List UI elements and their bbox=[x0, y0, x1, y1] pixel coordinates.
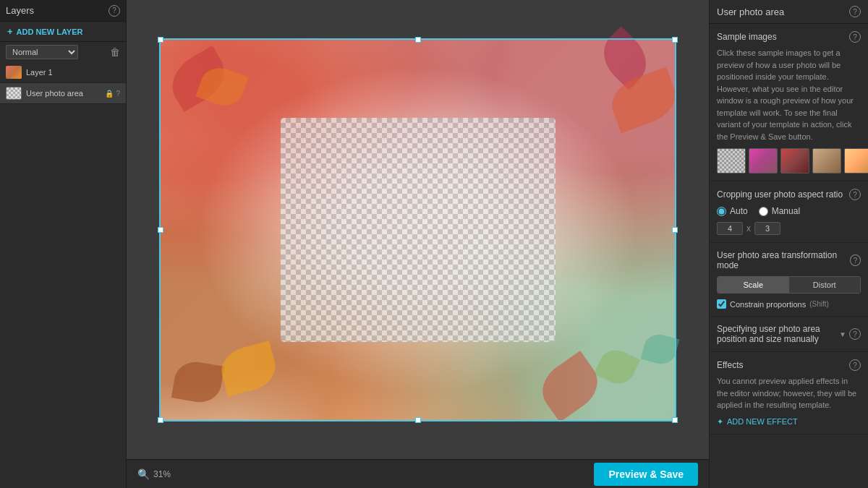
transformation-help-icon[interactable]: ? bbox=[850, 254, 861, 266]
leaf-decoration bbox=[171, 359, 225, 406]
position-expand-icon[interactable]: ▼ bbox=[839, 330, 846, 338]
layers-panel: Layers ? + ADD NEW LAYER Normal Multiply… bbox=[0, 0, 127, 488]
sample-images-help-icon[interactable]: ? bbox=[849, 31, 861, 43]
sample-images-list bbox=[717, 148, 861, 174]
shift-hint: (Shift) bbox=[809, 300, 829, 308]
layer-item[interactable]: User photo area 🔒 ? bbox=[0, 83, 126, 104]
ratio-y-input[interactable] bbox=[754, 222, 780, 235]
sample-image-2[interactable] bbox=[749, 148, 778, 174]
cropping-section: Cropping user photo aspect ratio ? Auto … bbox=[710, 181, 868, 243]
position-title: Specifying user photo area position and … bbox=[717, 324, 861, 344]
effects-section: Effects ? You cannot preview applied eff… bbox=[710, 352, 868, 435]
crop-radio-group: Auto Manual bbox=[717, 206, 861, 216]
canvas-container bbox=[127, 0, 709, 459]
scale-button[interactable]: Scale bbox=[718, 277, 789, 293]
crop-manual-option[interactable]: Manual bbox=[759, 206, 800, 216]
wand-icon: ✦ bbox=[717, 417, 723, 427]
transparent-area bbox=[281, 118, 556, 342]
handle-bottom-left[interactable] bbox=[158, 417, 163, 423]
right-panel-title: User photo area bbox=[717, 7, 784, 17]
right-panel: User photo area ? Sample images ? Click … bbox=[709, 0, 868, 488]
blend-mode-select[interactable]: Normal Multiply Screen Overlay bbox=[6, 45, 78, 59]
layer-item[interactable]: Layer 1 bbox=[0, 62, 126, 83]
effects-description: You cannot preview applied effects in th… bbox=[717, 375, 861, 411]
handle-mid-right[interactable] bbox=[672, 227, 678, 233]
layer-thumbnail bbox=[6, 87, 22, 100]
constrain-checkbox[interactable] bbox=[717, 299, 726, 309]
ratio-inputs: x bbox=[717, 222, 861, 235]
add-effect-button[interactable]: ✦ ADD NEW EFFECT bbox=[717, 417, 861, 427]
transformation-section: User photo area transformation mode ? Sc… bbox=[710, 243, 868, 317]
canvas-wrapper bbox=[159, 38, 676, 421]
handle-bottom-right[interactable] bbox=[672, 417, 678, 423]
blend-mode-row: Normal Multiply Screen Overlay 🗑 bbox=[0, 42, 126, 62]
leaf-decoration bbox=[641, 331, 680, 367]
constrain-row: Constrain proportions (Shift) bbox=[717, 299, 861, 309]
sample-image-5[interactable] bbox=[844, 148, 868, 174]
crop-manual-radio[interactable] bbox=[759, 207, 768, 216]
ratio-x-input[interactable] bbox=[717, 222, 743, 235]
leaf-decoration bbox=[594, 344, 640, 389]
preview-save-button[interactable]: Preview & Save bbox=[594, 463, 698, 486]
canvas-image[interactable] bbox=[159, 38, 676, 421]
effects-help-icon[interactable]: ? bbox=[849, 359, 861, 371]
distort-button[interactable]: Distort bbox=[789, 277, 861, 293]
right-panel-help-icon[interactable]: ? bbox=[849, 6, 861, 17]
add-layer-label: ADD NEW LAYER bbox=[17, 27, 83, 36]
right-panel-header: User photo area ? bbox=[710, 0, 868, 24]
sample-image-1[interactable] bbox=[717, 148, 746, 174]
add-effect-label: ADD NEW EFFECT bbox=[727, 417, 798, 426]
transformation-buttons: Scale Distort bbox=[717, 276, 861, 294]
leaf-decoration bbox=[216, 341, 280, 396]
crop-auto-option[interactable]: Auto bbox=[717, 206, 748, 216]
sample-images-title: Sample images ? bbox=[717, 31, 861, 43]
info-icon[interactable]: ? bbox=[116, 90, 120, 98]
ratio-separator: x bbox=[746, 223, 751, 234]
sample-image-3[interactable] bbox=[780, 148, 809, 174]
zoom-info: 🔍 31% bbox=[137, 468, 171, 480]
handle-top-right[interactable] bbox=[672, 37, 678, 43]
add-icon: + bbox=[7, 26, 13, 37]
app-layout: Layers ? + ADD NEW LAYER Normal Multiply… bbox=[0, 0, 868, 488]
delete-layer-icon[interactable]: 🗑 bbox=[110, 46, 120, 58]
bottom-bar: 🔍 31% Preview & Save bbox=[127, 459, 709, 488]
sample-images-description: Click these sample images to get a previ… bbox=[717, 47, 861, 142]
handle-mid-left[interactable] bbox=[158, 227, 163, 233]
leaf-decoration bbox=[532, 351, 607, 422]
layer-icons: 🔒 ? bbox=[105, 90, 120, 98]
lock-icon[interactable]: 🔒 bbox=[105, 90, 114, 98]
position-section: Specifying user photo area position and … bbox=[710, 317, 868, 352]
sample-images-section: Sample images ? Click these sample image… bbox=[710, 24, 868, 181]
layer-name: User photo area bbox=[26, 89, 101, 98]
layer-thumbnail bbox=[6, 66, 22, 79]
layers-title: Layers bbox=[6, 5, 34, 16]
canvas-area: 🔍 31% Preview & Save bbox=[127, 0, 709, 488]
cropping-title: Cropping user photo aspect ratio ? bbox=[717, 189, 861, 200]
sample-image-4[interactable] bbox=[812, 148, 841, 174]
zoom-level: 31% bbox=[153, 469, 171, 479]
layers-list: Layer 1 User photo area 🔒 ? bbox=[0, 62, 126, 488]
crop-auto-radio[interactable] bbox=[717, 207, 726, 216]
layer-name: Layer 1 bbox=[26, 68, 120, 77]
layers-help-icon[interactable]: ? bbox=[109, 5, 120, 17]
transformation-title: User photo area transformation mode ? bbox=[717, 250, 861, 270]
constrain-label: Constrain proportions bbox=[730, 300, 806, 309]
layers-header: Layers ? bbox=[0, 0, 126, 22]
add-layer-button[interactable]: + ADD NEW LAYER bbox=[0, 22, 126, 42]
handle-bottom-mid[interactable] bbox=[415, 417, 421, 423]
effects-title: Effects ? bbox=[717, 359, 861, 371]
position-help-icon[interactable]: ? bbox=[849, 328, 861, 340]
cropping-help-icon[interactable]: ? bbox=[849, 189, 861, 200]
handle-top-mid[interactable] bbox=[415, 37, 421, 43]
handle-top-left[interactable] bbox=[158, 37, 163, 43]
zoom-icon: 🔍 bbox=[137, 468, 150, 480]
